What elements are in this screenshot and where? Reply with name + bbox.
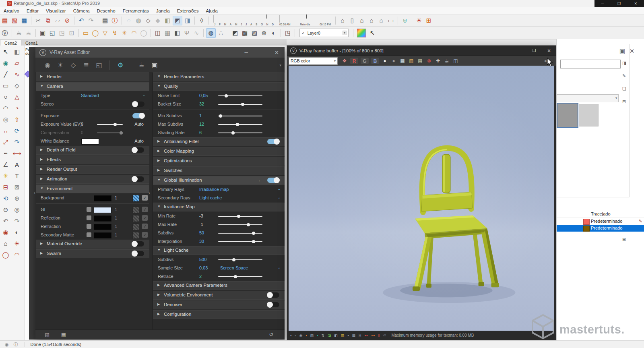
- menu-item-janela[interactable]: Janela: [153, 8, 173, 14]
- blue-channel-button[interactable]: B: [371, 58, 379, 64]
- scatter-button[interactable]: ∴: [217, 29, 225, 37]
- section-switches[interactable]: ▶Switches: [153, 166, 285, 175]
- fur-cube-button[interactable]: ▦: [163, 29, 172, 37]
- 3d-text-tool[interactable]: T: [11, 170, 23, 182]
- vfb-status-icon[interactable]: ◧: [334, 334, 338, 338]
- minimize-icon[interactable]: ─: [601, 2, 604, 6]
- displacement-cube-button[interactable]: ▩: [240, 29, 249, 37]
- section-configuration[interactable]: ▶Configuration: [153, 310, 285, 319]
- rgb-channels-icon[interactable]: ❖: [341, 57, 349, 64]
- text-tool[interactable]: A: [11, 159, 23, 170]
- style-xray-button[interactable]: ◌: [124, 16, 133, 25]
- displacement-half-button[interactable]: ◩: [231, 29, 239, 37]
- chevron-down-icon[interactable]: ▾: [343, 31, 347, 35]
- vfb-status-icon[interactable]: ▪: [347, 334, 349, 338]
- menu-item-editar[interactable]: Editar: [23, 8, 42, 14]
- slider-knob[interactable]: [120, 131, 123, 135]
- save-button[interactable]: ▦: [20, 16, 29, 25]
- eraser-tool[interactable]: ▱: [11, 58, 23, 69]
- help-icon[interactable]: ⓘ: [14, 342, 18, 348]
- texture-slot-icon[interactable]: [132, 207, 139, 213]
- multiplier-value[interactable]: 1: [115, 195, 117, 200]
- section-volumetric-environment[interactable]: ▶Volumetric Environment: [153, 291, 285, 300]
- section-animation[interactable]: ▶Animation: [36, 175, 149, 184]
- enabled-checkbox[interactable]: ✓: [142, 195, 148, 201]
- enabled-checkbox[interactable]: ✓: [142, 232, 148, 238]
- rect-light-button[interactable]: ▭: [81, 29, 90, 37]
- clipboard-button[interactable]: ▤: [416, 57, 424, 64]
- menu-item-arquivo[interactable]: Arquivo: [0, 8, 23, 14]
- toggle-off[interactable]: [132, 176, 144, 182]
- section-color-mapping[interactable]: ▶Color Mapping: [153, 147, 285, 156]
- section-advanced-camera-parameters[interactable]: ▶Advanced Camera Parameters: [153, 281, 285, 290]
- shadow-date-slider[interactable]: JFMAMJJASOND: [213, 15, 275, 26]
- leaf-button[interactable]: ∿: [192, 29, 201, 37]
- collapse-left-icon[interactable]: ‹: [34, 191, 35, 195]
- section-global-illumination[interactable]: ▼Global Illumination→: [153, 176, 285, 185]
- enable-checkbox[interactable]: [87, 207, 91, 212]
- render-teapot-icon[interactable]: ☕: [136, 61, 148, 70]
- ies-light-button[interactable]: ↯: [110, 29, 119, 37]
- settings-icon[interactable]: ⚙: [114, 61, 126, 70]
- chevron-down-icon[interactable]: ⌄: [277, 187, 281, 191]
- vfb-status-icon[interactable]: ▫: [295, 334, 296, 338]
- spot-light-button[interactable]: ▽: [101, 29, 109, 37]
- edit-pencil-icon[interactable]: ✎: [639, 218, 642, 225]
- slider[interactable]: [218, 124, 262, 125]
- tray-edit-icon[interactable]: ✎: [622, 73, 626, 79]
- vfb-status-icon[interactable]: ▥: [341, 334, 345, 338]
- menu-item-ferramentas[interactable]: Ferramentas: [119, 8, 153, 14]
- vray-sun-button[interactable]: ☀: [415, 16, 423, 25]
- axes-tool[interactable]: ✳: [0, 170, 11, 182]
- rotated-rectangle-tool[interactable]: ◇: [11, 80, 23, 91]
- vray-grid-button[interactable]: ⊞: [424, 16, 433, 25]
- slider[interactable]: [218, 224, 262, 225]
- slider[interactable]: [218, 216, 262, 217]
- slider[interactable]: [218, 233, 262, 234]
- color-swatch[interactable]: [94, 232, 111, 238]
- style-monochrome-button[interactable]: ◨: [183, 16, 192, 25]
- paste-button[interactable]: ▱: [53, 16, 62, 25]
- material-thumbnail[interactable]: [579, 104, 599, 126]
- slider[interactable]: [218, 116, 262, 116]
- pie-tool[interactable]: ◔: [11, 103, 23, 114]
- slider-knob[interactable]: [114, 123, 117, 126]
- toggle-off[interactable]: [132, 147, 144, 153]
- toggle-off[interactable]: [132, 241, 144, 246]
- materials-gradient-swatch[interactable]: [357, 29, 366, 37]
- section-render-output[interactable]: ▶Render Output: [36, 165, 149, 174]
- disabled-sphere-light-button[interactable]: ◯: [139, 29, 148, 37]
- arc-tool[interactable]: ◠: [0, 103, 11, 114]
- previous-view-tool[interactable]: ↶: [0, 215, 11, 227]
- close-icon[interactable]: ✕: [547, 48, 551, 54]
- param-value[interactable]: 30: [199, 239, 204, 244]
- follow-mouse-button[interactable]: ✚: [434, 57, 442, 64]
- vray-logo-button[interactable]: Ⓥ: [0, 29, 9, 37]
- tape-measure-tool[interactable]: ┅: [0, 148, 11, 159]
- geolocation-icon[interactable]: ◉: [5, 342, 9, 347]
- vfb-status-icon[interactable]: ⊷: [365, 334, 368, 338]
- clear-image-button[interactable]: ⊗: [425, 57, 433, 64]
- close-icon[interactable]: ✕: [275, 50, 279, 56]
- save-image-button[interactable]: ▦: [398, 57, 407, 64]
- chevron-down-icon[interactable]: ⌄: [142, 93, 145, 97]
- vfb-status-icon[interactable]: ▪: [317, 334, 318, 338]
- section-camera[interactable]: ▼Camera: [36, 82, 149, 91]
- displacement-cube2-button[interactable]: ▨: [250, 29, 259, 37]
- toggle-off[interactable]: [267, 302, 279, 307]
- eraser-button[interactable]: ◊: [197, 16, 206, 25]
- open-file-button[interactable]: ▧: [10, 16, 19, 25]
- slider-knob[interactable]: [219, 114, 222, 118]
- vfb-status-icon[interactable]: ⎚: [383, 333, 386, 338]
- slider-knob[interactable]: [247, 223, 250, 226]
- param-value[interactable]: Irradiance map: [199, 187, 229, 192]
- section-fill-tool[interactable]: ⊠: [11, 182, 23, 193]
- param-value[interactable]: 50: [199, 230, 204, 235]
- section-swarm[interactable]: ▶Swarm: [36, 249, 149, 258]
- render-interactive-button[interactable]: ◱: [48, 29, 57, 37]
- shadow-toggle-button[interactable]: ⌂: [377, 16, 386, 25]
- delete-button[interactable]: ⊘: [63, 16, 72, 25]
- param-value[interactable]: 32: [199, 102, 204, 106]
- shadow-ground-button[interactable]: ▯: [348, 16, 357, 25]
- section-antialiasing-filter[interactable]: ▶Antialiasing Filter: [153, 137, 285, 146]
